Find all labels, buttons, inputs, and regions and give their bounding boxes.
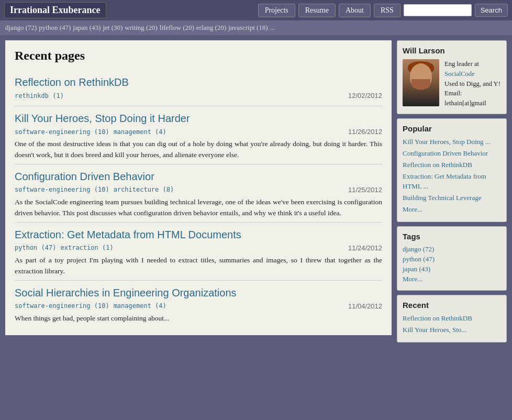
author-bio-prefix: Eng leader at xyxy=(444,60,479,68)
article-4-excerpt: As part of a toy project I'm playing wit… xyxy=(15,255,382,277)
article-2-date: 11/26/2012 xyxy=(348,128,382,136)
article-3-title[interactable]: Configuration Driven Behavior xyxy=(15,171,382,183)
article-1-title[interactable]: Reflection on RethinkDB xyxy=(15,76,382,89)
article-2-excerpt: One of the most destructive ideas is tha… xyxy=(15,139,382,161)
sidebar-popular-box: Popular Kill Your Heroes, Stop Doing ...… xyxy=(397,118,507,222)
article-2-tag-0[interactable]: software-engineering (10) xyxy=(15,128,109,136)
page-heading: Recent pages xyxy=(15,49,382,63)
recent-link-0[interactable]: Reflection on RethinkDB xyxy=(403,314,501,323)
article-1: Reflection on RethinkDB rethinkdb (1) 12… xyxy=(15,70,382,106)
article-5-tag-1[interactable]: management (4) xyxy=(114,302,166,310)
article-3-tag-1[interactable]: architecture (8) xyxy=(114,186,174,193)
sidebar-tags-box: Tags django (72) python (47) japan (43) … xyxy=(397,226,507,291)
popular-link-0[interactable]: Kill Your Heroes, Stop Doing ... xyxy=(403,137,501,147)
article-1-meta: rethinkdb (1) 12/02/2012 xyxy=(15,92,382,100)
article-4-meta: python (47) extraction (1) 11/24/2012 xyxy=(15,244,382,252)
sidebar-recent-box: Recent Reflection on RethinkDB Kill Your… xyxy=(397,295,507,342)
tag-more[interactable]: ... xyxy=(270,24,275,32)
popular-link-3[interactable]: Extraction: Get Metadata from HTML ... xyxy=(403,172,501,191)
article-4-title[interactable]: Extraction: Get Metadata from HTML Docum… xyxy=(15,229,382,241)
article-2-tag-1[interactable]: management (4) xyxy=(114,128,166,136)
article-1-tag-0[interactable]: rethinkdb (1) xyxy=(15,92,64,100)
article-3-tag-0[interactable]: software-engineering (10) xyxy=(15,186,109,193)
sidebar-tag-japan[interactable]: japan (43) xyxy=(403,265,501,273)
author-photo xyxy=(403,59,439,106)
tag-javascript[interactable]: javascript (18) xyxy=(228,24,268,32)
recent-link-1[interactable]: Kill Your Heroes, Sto... xyxy=(403,325,501,335)
author-bio-suffix: Used to Digg, and Y! xyxy=(444,80,500,87)
nav-about[interactable]: About xyxy=(339,4,371,17)
article-2-title[interactable]: Kill Your Heroes, Stop Doing it Harder xyxy=(15,113,382,125)
article-5: Social Hierarchies in Engineering Organi… xyxy=(15,280,382,327)
article-5-tag-0[interactable]: software-engineering (10) xyxy=(15,302,109,310)
article-5-date: 11/04/2012 xyxy=(348,302,382,310)
recent-title: Recent xyxy=(403,301,501,310)
popular-more-link[interactable]: More... xyxy=(403,205,501,214)
tag-python[interactable]: python (47) xyxy=(39,24,71,32)
tag-lifeflow[interactable]: lifeflow (20) xyxy=(160,24,194,32)
article-4-tag-1[interactable]: extraction (1) xyxy=(60,244,113,251)
tagbar: django (72) python (47) japan (43) jet (… xyxy=(0,20,512,35)
tag-django[interactable]: django (72) xyxy=(5,24,37,32)
nav-resume[interactable]: Resume xyxy=(298,4,336,17)
article-4-date: 11/24/2012 xyxy=(348,244,382,252)
popular-link-1[interactable]: Configuration Driven Behavior xyxy=(403,149,501,158)
article-2: Kill Your Heroes, Stop Doing it Harder s… xyxy=(15,106,382,164)
article-3-excerpt: As the SocialCode engineering team pursu… xyxy=(15,197,382,219)
nav-projects[interactable]: Projects xyxy=(258,4,295,17)
nav-rss[interactable]: RSS xyxy=(374,4,400,17)
popular-link-4[interactable]: Building Technical Leverage xyxy=(403,193,501,203)
article-5-title[interactable]: Social Hierarchies in Engineering Organi… xyxy=(15,287,382,299)
site-title[interactable]: Irrational Exuberance xyxy=(4,2,106,18)
article-3-date: 11/25/2012 xyxy=(348,186,382,194)
sidebar: Will Larson Eng leader at SocialCode Use… xyxy=(397,40,507,342)
article-5-meta: software-engineering (10) management (4)… xyxy=(15,302,382,310)
popular-title: Popular xyxy=(403,124,501,133)
article-1-date: 12/02/2012 xyxy=(348,92,382,100)
article-3: Configuration Driven Behavior software-e… xyxy=(15,164,382,222)
content-area: Recent pages Reflection on RethinkDB ret… xyxy=(5,40,392,335)
author-section: Eng leader at SocialCode Used to Digg, a… xyxy=(403,59,501,108)
article-4: Extraction: Get Metadata from HTML Docum… xyxy=(15,222,382,280)
tag-japan[interactable]: japan (43) xyxy=(73,24,101,32)
main-layout: Recent pages Reflection on RethinkDB ret… xyxy=(0,35,512,348)
article-5-excerpt: When things get bad, people start compla… xyxy=(15,313,382,324)
author-name: Will Larson xyxy=(403,46,501,55)
tag-jet[interactable]: jet (30) xyxy=(103,24,123,32)
tag-writing[interactable]: writing (20) xyxy=(125,24,157,32)
tags-title: Tags xyxy=(403,232,501,241)
sidebar-tag-django[interactable]: django (72) xyxy=(403,245,501,253)
sidebar-tags-more[interactable]: More... xyxy=(403,275,501,283)
article-3-meta: software-engineering (10) architecture (… xyxy=(15,186,382,194)
header: Irrational Exuberance Projects Resume Ab… xyxy=(0,0,512,20)
popular-link-2[interactable]: Reflection on RethinkDB xyxy=(403,160,501,170)
author-info: Eng leader at SocialCode Used to Digg, a… xyxy=(444,59,501,108)
author-email: Email: lethain[at]gmail xyxy=(444,90,486,107)
sidebar-author-box: Will Larson Eng leader at SocialCode Use… xyxy=(397,40,507,114)
article-4-tag-0[interactable]: python (47) xyxy=(15,244,56,251)
author-company-link[interactable]: SocialCode xyxy=(444,70,475,78)
sidebar-tag-python[interactable]: python (47) xyxy=(403,255,501,263)
search-button[interactable]: Search xyxy=(475,4,508,17)
search-input[interactable] xyxy=(404,4,472,16)
tag-erlang[interactable]: erlang (20) xyxy=(196,24,226,32)
article-2-meta: software-engineering (10) management (4)… xyxy=(15,128,382,136)
